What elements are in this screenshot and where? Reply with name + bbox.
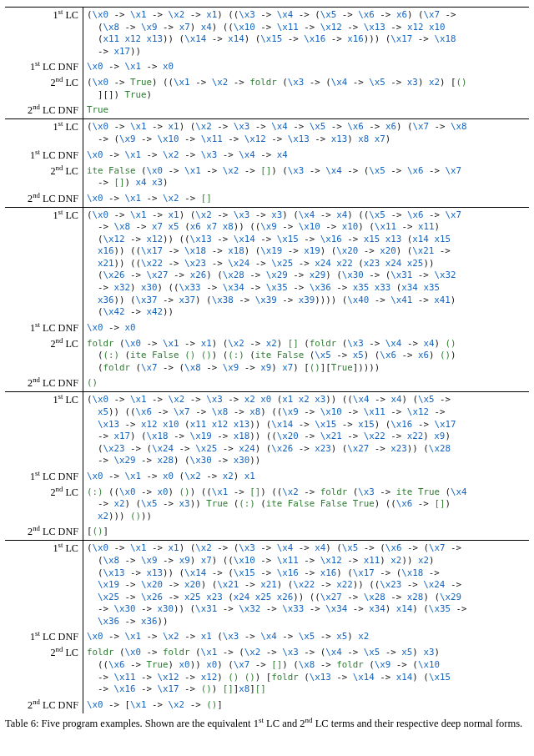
code-block: (\x0 -> \x1 -> \x2 -> x1) ((\x3 -> \x4 -… [87, 9, 526, 58]
table-row: 2nd LCfoldr (\x0 -> foldr (\x1 -> (\x2 -… [5, 645, 529, 697]
code-cell: (\x0 -> \x1 -> x1) (\x2 -> \x3 -> \x4 ->… [83, 119, 530, 148]
code-block: \x0 -> \x1 -> \x2 -> [] [87, 193, 526, 205]
code-cell: (\x0 -> \x1 -> \x2 -> \x3 -> x2 x0 (x1 x… [83, 392, 530, 469]
row-label: 1st LC [5, 541, 83, 629]
row-label: 1st LC [5, 207, 83, 320]
table-row: 1st LC(\x0 -> \x1 -> x1) (\x2 -> \x3 -> … [5, 207, 529, 320]
row-label: 1st LC DNF [5, 148, 83, 164]
row-label: 2nd LC [5, 485, 83, 525]
table-row: 1st LC(\x0 -> \x1 -> \x2 -> x1) ((\x3 ->… [5, 8, 529, 60]
code-block: True [87, 104, 526, 117]
row-label: 2nd LC [5, 336, 83, 376]
table-row: 1st LC DNF\x0 -> x0 [5, 320, 529, 336]
code-block: \x0 -> \x1 -> x0 [87, 61, 526, 73]
code-block: \x0 -> \x1 -> \x2 -> x1 (\x3 -> \x4 -> \… [87, 631, 526, 643]
table-row: 1st LC DNF\x0 -> \x1 -> x0 (\x2 -> x2) x… [5, 469, 529, 485]
code-block: (\x0 -> \x1 -> x1) (\x2 -> \x3 -> \x4 ->… [87, 121, 526, 145]
code-cell: (\x0 -> True) ((\x1 -> \x2 -> foldr (\x3… [83, 75, 530, 103]
table-row: 2nd LC(\x0 -> True) ((\x1 -> \x2 -> fold… [5, 75, 529, 103]
table-row: 2nd LC DNF() [5, 375, 529, 392]
code-block: \x0 -> \x1 -> \x2 -> \x3 -> \x4 -> x4 [87, 149, 526, 162]
code-cell: (:) ((\x0 -> x0) ()) ((\x1 -> []) ((\x2 … [83, 485, 530, 525]
table-row: 2nd LCite False (\x0 -> \x1 -> \x2 -> []… [5, 164, 529, 191]
code-block: (\x0 -> True) ((\x1 -> \x2 -> foldr (\x3… [87, 77, 526, 101]
code-block: (\x0 -> \x1 -> \x2 -> \x3 -> x2 x0 (x1 x… [87, 394, 526, 466]
code-block: [()] [87, 526, 526, 538]
code-cell: \x0 -> \x1 -> \x2 -> x1 (\x3 -> \x4 -> \… [83, 629, 530, 645]
table-row: 2nd LC DNF\x0 -> \x1 -> \x2 -> [] [5, 191, 529, 208]
code-cell: (\x0 -> \x1 -> \x2 -> x1) ((\x3 -> \x4 -… [83, 8, 530, 60]
row-label: 1st LC DNF [5, 629, 83, 645]
table-row: 2nd LC(:) ((\x0 -> x0) ()) ((\x1 -> []) … [5, 485, 529, 525]
code-cell: (\x0 -> \x1 -> x1) (\x2 -> (\x3 -> \x4 -… [83, 541, 530, 629]
row-label: 1st LC [5, 8, 83, 60]
code-cell: \x0 -> [\x1 -> \x2 -> ()] [83, 698, 530, 713]
code-cell: (\x0 -> \x1 -> x1) (\x2 -> \x3 -> x3) (\… [83, 207, 530, 320]
row-label: 2nd LC DNF [5, 191, 83, 208]
code-block: \x0 -> \x1 -> x0 (\x2 -> x2) x1 [87, 471, 526, 483]
code-cell: ite False (\x0 -> \x1 -> \x2 -> []) (\x3… [83, 164, 530, 191]
row-label: 2nd LC [5, 75, 83, 103]
code-cell: True [83, 103, 530, 119]
code-cell: \x0 -> \x1 -> x0 (\x2 -> x2) x1 [83, 469, 530, 485]
table-wrapper: 1st LC(\x0 -> \x1 -> \x2 -> x1) ((\x3 ->… [0, 0, 534, 738]
row-label: 2nd LC DNF [5, 103, 83, 119]
row-label: 1st LC [5, 119, 83, 148]
table-row: 2nd LC DNF[()] [5, 524, 529, 541]
code-cell: \x0 -> \x1 -> \x2 -> \x3 -> \x4 -> x4 [83, 148, 530, 164]
row-label: 2nd LC DNF [5, 698, 83, 713]
row-label: 1st LC DNF [5, 59, 83, 75]
code-block: foldr (\x0 -> foldr (\x1 -> (\x2 -> \x3 … [87, 647, 526, 695]
table-row: 1st LC DNF\x0 -> \x1 -> \x2 -> x1 (\x3 -… [5, 629, 529, 645]
table-row: 1st LC DNF\x0 -> \x1 -> \x2 -> \x3 -> \x… [5, 148, 529, 164]
code-cell: \x0 -> \x1 -> x0 [83, 59, 530, 75]
row-label: 2nd LC [5, 645, 83, 697]
row-label: 2nd LC DNF [5, 375, 83, 392]
code-block: \x0 -> [\x1 -> \x2 -> ()] [87, 699, 526, 712]
code-cell: () [83, 375, 530, 392]
row-label: 1st LC DNF [5, 320, 83, 336]
code-block: (:) ((\x0 -> x0) ()) ((\x1 -> []) ((\x2 … [87, 486, 526, 523]
code-cell: foldr (\x0 -> foldr (\x1 -> (\x2 -> \x3 … [83, 645, 530, 697]
table-row: 2nd LCfoldr (\x0 -> \x1 -> x1) (\x2 -> x… [5, 336, 529, 376]
code-block: (\x0 -> \x1 -> x1) (\x2 -> \x3 -> x3) (\… [87, 209, 526, 319]
code-cell: [()] [83, 524, 530, 541]
code-block: ite False (\x0 -> \x1 -> \x2 -> []) (\x3… [87, 165, 526, 189]
row-label: 2nd LC DNF [5, 524, 83, 541]
code-block: () [87, 377, 526, 390]
row-label: 1st LC [5, 392, 83, 469]
code-cell: \x0 -> x0 [83, 320, 530, 336]
code-block: foldr (\x0 -> \x1 -> x1) (\x2 -> x2) [] … [87, 338, 526, 375]
table-caption: Table 6: Five program examples. Shown ar… [5, 717, 529, 730]
table-row: 1st LC DNF\x0 -> \x1 -> x0 [5, 59, 529, 75]
table-row: 2nd LC DNFTrue [5, 103, 529, 119]
table-row: 1st LC(\x0 -> \x1 -> x1) (\x2 -> (\x3 ->… [5, 541, 529, 629]
code-cell: \x0 -> \x1 -> \x2 -> [] [83, 191, 530, 208]
table-row: 1st LC(\x0 -> \x1 -> \x2 -> \x3 -> x2 x0… [5, 392, 529, 469]
row-label: 1st LC DNF [5, 469, 83, 485]
row-label: 2nd LC [5, 164, 83, 191]
table-row: 2nd LC DNF\x0 -> [\x1 -> \x2 -> ()] [5, 698, 529, 713]
program-examples-table: 1st LC(\x0 -> \x1 -> \x2 -> x1) ((\x3 ->… [5, 7, 529, 713]
code-block: (\x0 -> \x1 -> x1) (\x2 -> (\x3 -> \x4 -… [87, 542, 526, 627]
table-row: 1st LC(\x0 -> \x1 -> x1) (\x2 -> \x3 -> … [5, 119, 529, 148]
code-cell: foldr (\x0 -> \x1 -> x1) (\x2 -> x2) [] … [83, 336, 530, 376]
code-block: \x0 -> x0 [87, 322, 526, 335]
